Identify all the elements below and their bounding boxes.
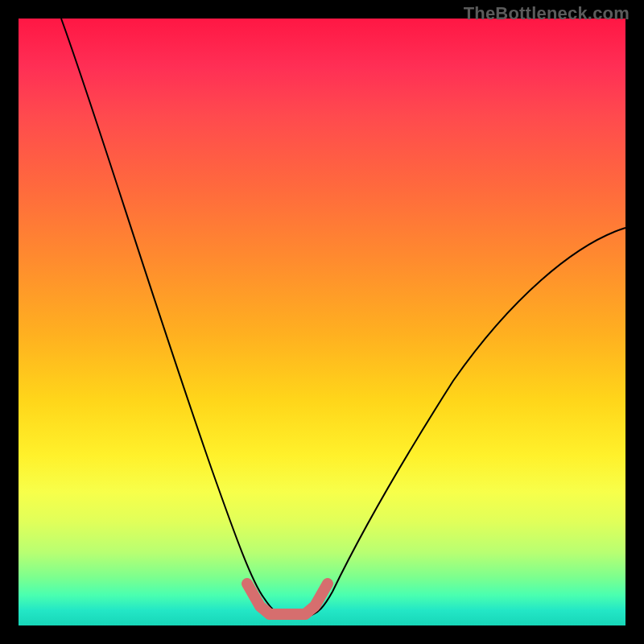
chart-svg: [19, 19, 625, 625]
watermark-text: TheBottleneck.com: [464, 3, 630, 24]
basin-highlight: [247, 584, 328, 614]
plot-area: [19, 19, 625, 625]
bottleneck-curve: [61, 19, 625, 616]
chart-frame: TheBottleneck.com: [0, 0, 644, 644]
